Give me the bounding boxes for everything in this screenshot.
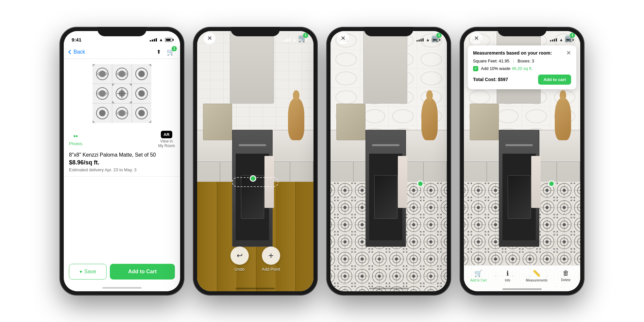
ar-controls-2: ↩ Undo + Add Point: [197, 246, 314, 272]
phone1-content: Back ⬆ 🛒 1: [64, 45, 180, 291]
product-info: 8"x8" Kenzzi Paloma Matte, Set of 50 $8.…: [64, 152, 180, 177]
home-indicator-1: [64, 285, 180, 291]
undo-button[interactable]: ↩ Undo: [230, 246, 249, 272]
phone1-actions: ♥ Save Add to Cart: [64, 259, 180, 285]
ar-header-4: ✕ 🛒 1: [464, 31, 580, 45]
popup-add-to-cart-button[interactable]: Add to cart: [538, 75, 571, 85]
ar-header-2: ✕ 🛒 1: [197, 31, 314, 45]
ar-view-button[interactable]: AR View inMy Room: [158, 131, 175, 148]
ar-close-button-3[interactable]: ✕: [337, 32, 349, 44]
heart-icon: ♥: [79, 269, 82, 274]
toolbar-delete-icon: 🗑: [563, 269, 569, 277]
toolbar-measurements-label: Measurements: [526, 279, 547, 282]
waste-text: Add 10% waste 46.20 sq ft.: [481, 66, 533, 71]
phone-1-inner: 9:41 ▲: [64, 31, 180, 291]
phone-1: 9:41 ▲: [60, 27, 184, 295]
popup-header: Measurements based on your room: ✕: [473, 50, 571, 56]
ar-header-3: ✕ 🛒 1: [330, 31, 447, 45]
ar-scene-2: ✕ 🛒 1 ↩ Undo +: [197, 31, 314, 291]
towel-4: [531, 156, 540, 208]
svg-point-18: [138, 90, 145, 97]
ar-cart-4[interactable]: 🛒 1: [565, 34, 574, 42]
phone-3-inner: 9:41 ▲: [330, 31, 447, 291]
ar-close-button-4[interactable]: ✕: [470, 32, 482, 44]
boxes-value: Boxes: 3: [517, 59, 534, 63]
square-feet-value: Square Feet: 41.95: [473, 59, 509, 63]
phone-4-inner: 9:41 ▲: [464, 31, 580, 291]
add-to-cart-button[interactable]: Add to Cart: [110, 264, 175, 280]
ar-cart-2[interactable]: 🛒 1: [298, 34, 307, 42]
popup-total-row: Total Cost: $597 Add to cart: [473, 75, 571, 85]
toolbar-info-icon: ℹ: [506, 269, 509, 277]
popup-title: Measurements based on your room:: [473, 50, 552, 56]
popup-close-button[interactable]: ✕: [566, 50, 571, 56]
toolbar-add-to-cart[interactable]: 🛒 Add to Cart: [464, 268, 493, 282]
nav-bar-1: Back ⬆ 🛒 1: [64, 45, 180, 59]
cart-badge: 1: [172, 46, 177, 51]
photos-button[interactable]: ▪▪ Photos: [69, 132, 82, 146]
toaster-oven-3: [336, 104, 365, 140]
tile-image: [93, 64, 151, 123]
phone-2: 9:41 ▲: [193, 27, 317, 295]
ar-close-button-2[interactable]: ✕: [204, 32, 215, 44]
toolbar-cart-icon: 🛒: [474, 269, 483, 277]
toolbar-measurements-icon: 📏: [533, 269, 541, 277]
toolbar-info[interactable]: ℹ Info: [493, 268, 522, 282]
popup-measurements: Square Feet: 41.95 Boxes: 3: [473, 59, 571, 63]
toolbar-cart-label: Add to Cart: [470, 279, 487, 282]
ar-scene-4: ✕ 🛒 1 Measurements based on your room: ✕…: [464, 31, 580, 291]
share-icon[interactable]: ⬆: [156, 49, 161, 55]
floor-dot-2: [250, 175, 256, 182]
toolbar-delete[interactable]: 🗑 Delete: [551, 268, 580, 282]
photos-label: Photos: [69, 141, 82, 146]
photos-icon: ▪▪: [73, 132, 78, 140]
ar-toolbar-4: 🛒 Add to Cart ℹ Info 📏 Measurements 🗑 De…: [464, 265, 580, 291]
phone-3: 9:41 ▲: [327, 27, 451, 295]
waste-row: ✓ Add 10% waste 46.20 sq ft.: [473, 66, 571, 71]
phones-container: 9:41 ▲: [47, 14, 597, 308]
save-button[interactable]: ♥ Save: [69, 264, 107, 280]
notch-1: [97, 27, 146, 36]
status-icons-1: ▲: [150, 37, 172, 42]
ar-scene-3: ✕ 🛒 1: [330, 31, 447, 291]
waste-checkbox[interactable]: ✓: [473, 66, 478, 71]
floor-dot-3: [417, 180, 424, 187]
battery-icon-1: [165, 38, 172, 42]
signal-icon-1: [150, 38, 157, 42]
towel-3: [398, 156, 407, 208]
ar-cart-badge-4: 1: [570, 33, 575, 38]
ar-label: View inMy Room: [158, 139, 175, 148]
toaster-oven-4: [470, 104, 499, 140]
toolbar-info-label: Info: [505, 279, 510, 282]
ar-cart-3[interactable]: 🛒 1: [432, 34, 440, 42]
total-cost: Total Cost: $597: [473, 77, 508, 82]
view-options: ▪▪ Photos AR View inMy Room: [64, 128, 180, 152]
wifi-icon-1: ▲: [159, 37, 163, 42]
svg-point-20: [99, 110, 106, 116]
toolbar-delete-label: Delete: [561, 278, 570, 282]
ar-badge: AR: [161, 131, 172, 138]
home-bar-3: [369, 288, 408, 289]
chevron-left-icon: [68, 49, 73, 54]
toaster-oven-2: [203, 104, 232, 140]
home-bar-4: [502, 288, 542, 290]
product-price: $8.96/sq ft.: [69, 159, 175, 166]
cart-button[interactable]: 🛒 1: [167, 48, 175, 56]
measurement-popup: Measurements based on your room: ✕ Squar…: [468, 45, 576, 89]
svg-point-10: [138, 71, 145, 77]
toolbar-measurements[interactable]: 📏 Measurements: [522, 268, 551, 282]
kettle-3: [421, 98, 438, 140]
waste-value: 46.20 sq ft.: [512, 66, 533, 71]
product-title: 8"x8" Kenzzi Paloma Matte, Set of 50: [69, 152, 175, 158]
ar-cart-badge-2: 1: [303, 33, 308, 38]
home-bar-2: [236, 288, 275, 289]
status-time-1: 9:41: [72, 37, 81, 42]
nav-icons: ⬆ 🛒 1: [156, 48, 175, 56]
kettle-4: [555, 98, 571, 140]
phone-4: 9:41 ▲: [460, 27, 584, 295]
add-point-button[interactable]: + Add Point: [262, 246, 280, 272]
svg-point-24: [138, 110, 145, 116]
back-button[interactable]: Back: [69, 49, 85, 55]
undo-label: Undo: [234, 267, 245, 272]
add-point-label: Add Point: [262, 267, 280, 272]
